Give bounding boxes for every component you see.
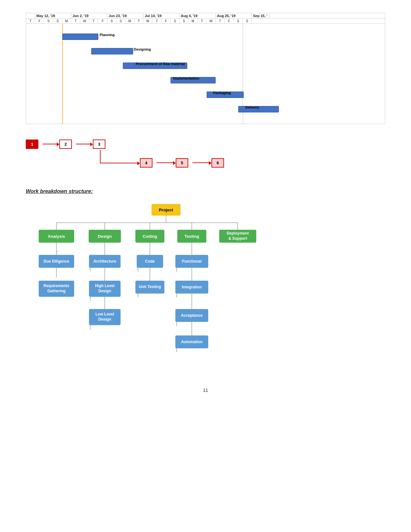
flow-arrow-5-6 bbox=[192, 162, 210, 163]
week-2: Jun 2, '19 bbox=[71, 13, 107, 18]
flow-arrow-1-2 bbox=[43, 144, 58, 144]
flow-arrow-3-right bbox=[100, 163, 139, 163]
flow-box-3: 3 bbox=[93, 140, 105, 149]
week-5: Aug 4, '19 bbox=[180, 13, 216, 18]
wbs-automation: Automation bbox=[175, 335, 208, 348]
week-7: Sep 15, ' bbox=[252, 13, 270, 18]
wbs-container: Project Analysis Design Coding Testing D… bbox=[26, 204, 385, 375]
flow-arrow-2-3 bbox=[76, 144, 92, 144]
flow-arrowhead-3-4 bbox=[137, 161, 140, 165]
wbs-functional: Functional bbox=[175, 255, 208, 268]
flow-arrowhead-4-5 bbox=[173, 161, 176, 165]
flow-box-2: 2 bbox=[59, 140, 72, 149]
week-6: Aug 25, '19 bbox=[216, 13, 252, 18]
gantt-label-delivery: Delivery bbox=[245, 105, 259, 109]
week-1: May 12, '19 bbox=[35, 13, 71, 18]
gantt-label-packaging: Packaging bbox=[213, 91, 231, 95]
flow-arrow-4-5 bbox=[157, 162, 174, 163]
flow-arrowhead-1-2 bbox=[57, 142, 59, 146]
week-4: Jul 14, '19 bbox=[143, 13, 180, 18]
flow-arrowhead-5-6 bbox=[209, 161, 211, 165]
wbs-due-diligence: Due Diligence bbox=[39, 255, 74, 268]
gantt-bar-planning bbox=[62, 34, 98, 40]
flow-arrowhead-2-3 bbox=[90, 142, 93, 146]
week-3: Jun 23, '19 bbox=[107, 13, 143, 18]
flow-arrow-3-down bbox=[100, 150, 101, 163]
gantt-body: Planning Designing Procurement of Raw ma… bbox=[26, 24, 385, 124]
wbs-root: Project bbox=[152, 204, 181, 216]
gantt-label-implementation: Implementation bbox=[173, 76, 199, 80]
gantt-label-planning: Planning bbox=[100, 33, 114, 37]
flow-box-5: 5 bbox=[176, 158, 188, 168]
wbs-unit-testing: Unit Testing bbox=[135, 281, 164, 294]
wbs-testing: Testing bbox=[177, 230, 206, 243]
wbs-deployment: Deployment& Support bbox=[219, 230, 256, 243]
gantt-bar-designing bbox=[91, 48, 133, 54]
wbs-analysis: Analysis bbox=[39, 230, 74, 243]
flow-box-6: 6 bbox=[211, 158, 224, 168]
wbs-title: Work breakdown structure: bbox=[26, 189, 385, 194]
gantt-day-row: T F S S M T W T F S S M T W T F S S M T … bbox=[26, 19, 385, 24]
flow-box-4: 4 bbox=[140, 158, 152, 168]
page-number: 11 bbox=[26, 388, 385, 393]
flow-box-1: 1 bbox=[26, 140, 38, 149]
gantt-chart: May 12, '19 Jun 2, '19 Jun 23, '19 Jul 1… bbox=[26, 13, 385, 124]
wbs-code: Code bbox=[137, 255, 163, 268]
wbs-design: Design bbox=[89, 230, 121, 243]
wbs-coding: Coding bbox=[135, 230, 164, 243]
wbs-acceptance: Acceptance bbox=[175, 309, 208, 322]
flowchart-section: 1 2 3 4 5 6 bbox=[26, 134, 385, 176]
wbs-high-level-design: High LevelDesign bbox=[89, 281, 121, 297]
wbs-integration: Integration bbox=[175, 281, 208, 294]
wbs-requirements-gathering: RequirementsGathering bbox=[39, 281, 74, 297]
wbs-architecture: Architecture bbox=[89, 255, 121, 268]
wbs-low-level-design: Low LevelDesign bbox=[89, 309, 121, 325]
gantt-label-procurement: Procurement of Raw material bbox=[136, 62, 185, 66]
gantt-label-designing: Designing bbox=[134, 47, 151, 51]
